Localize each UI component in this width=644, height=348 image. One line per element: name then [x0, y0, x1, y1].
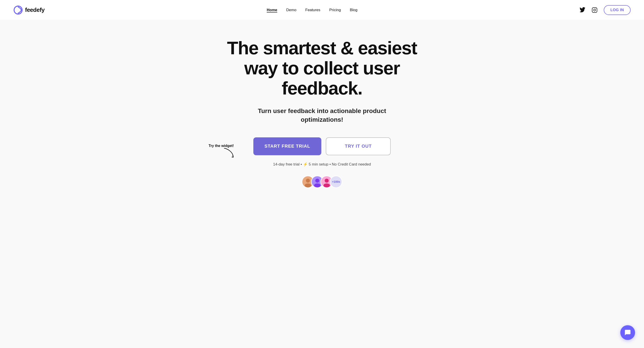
avatar-count: +100s: [330, 175, 342, 188]
twitter-icon[interactable]: [580, 7, 586, 13]
svg-point-2: [594, 9, 596, 11]
nav-link-demo[interactable]: Demo: [286, 8, 296, 12]
svg-point-3: [596, 8, 596, 9]
svg-rect-1: [592, 7, 597, 12]
arrow-curve-icon: [222, 147, 236, 158]
try-it-out-button[interactable]: TRY IT OUT: [326, 137, 391, 155]
hero-section: The smartest & easiest way to collect us…: [0, 20, 644, 201]
logo-icon: [14, 5, 23, 15]
svg-point-6: [315, 179, 319, 183]
svg-point-7: [314, 183, 321, 187]
chat-widget-button[interactable]: [620, 325, 635, 340]
start-free-trial-button[interactable]: START FREE TRIAL: [253, 137, 322, 155]
header: feedefy Home Demo Features Pricing Blog …: [0, 0, 644, 20]
nav-link-blog[interactable]: Blog: [350, 8, 357, 12]
chat-icon: [624, 329, 631, 336]
login-button[interactable]: LOG IN: [604, 5, 630, 15]
svg-point-8: [325, 179, 329, 183]
logo-text: feedefy: [25, 6, 45, 13]
svg-point-5: [305, 183, 311, 187]
main-nav: Home Demo Features Pricing Blog: [267, 8, 358, 12]
cta-area: Try the widget! START FREE TRIAL TRY IT …: [253, 137, 391, 155]
header-right: LOG IN: [580, 5, 630, 15]
nav-link-features[interactable]: Features: [305, 8, 320, 12]
svg-point-4: [306, 179, 310, 183]
nav-link-pricing[interactable]: Pricing: [329, 8, 341, 12]
instagram-icon[interactable]: [592, 7, 598, 13]
trial-info: 14-day free trial • ⚡ 5 min setup • No C…: [273, 162, 371, 167]
nav-link-home[interactable]: Home: [267, 8, 277, 12]
hero-subtitle: Turn user feedback into actionable produ…: [244, 107, 400, 124]
avatars-row: +100s: [302, 175, 342, 188]
svg-point-9: [324, 183, 330, 187]
hero-title: The smartest & easiest way to collect us…: [226, 38, 418, 99]
logo[interactable]: feedefy: [14, 5, 45, 15]
